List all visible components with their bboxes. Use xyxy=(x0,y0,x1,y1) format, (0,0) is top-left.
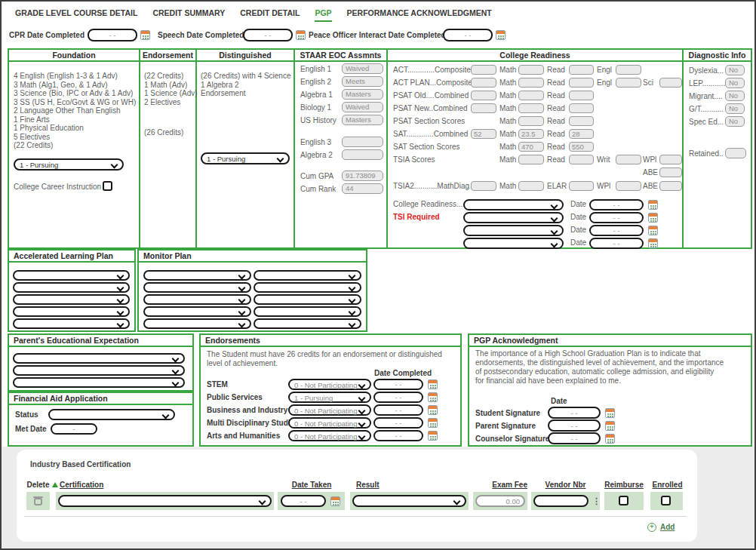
monitor-plan-select[interactable] xyxy=(254,270,361,281)
business-industry-date-input[interactable]: - - xyxy=(373,404,423,416)
ibc-header-exam-fee[interactable]: Exam Fee xyxy=(473,481,527,489)
monitor-plan-select[interactable] xyxy=(254,282,361,293)
ibc-header-date-taken[interactable]: Date Taken xyxy=(278,481,346,489)
student-signature-date-input[interactable]: - - xyxy=(548,407,601,419)
add-row-link[interactable]: Add xyxy=(660,523,675,531)
alp-select[interactable] xyxy=(13,294,130,305)
ibc-header-reimburse[interactable]: Reimburse xyxy=(604,481,644,489)
ibc-header-certification[interactable]: Certification xyxy=(60,481,103,489)
delete-row-button[interactable] xyxy=(34,496,42,505)
parent-expectation-select[interactable] xyxy=(13,353,185,364)
ibc-date-taken-input[interactable]: - - xyxy=(281,495,326,507)
ibc-header-enrolled[interactable]: Enrolled xyxy=(650,481,684,489)
chevron-down-icon xyxy=(349,272,356,280)
alp-select[interactable] xyxy=(13,318,130,329)
calendar-icon[interactable] xyxy=(428,431,438,441)
alp-select[interactable] xyxy=(13,306,130,317)
multi-disciplinary-select[interactable]: 0 - Not Participating xyxy=(288,417,371,429)
calendar-icon[interactable] xyxy=(330,496,340,506)
financial-aid-status-select[interactable] xyxy=(48,409,175,420)
add-icon[interactable] xyxy=(647,523,656,532)
stem-date-input[interactable]: - - xyxy=(373,379,423,390)
cum-rank-value: 44 xyxy=(342,183,383,194)
calendar-icon[interactable] xyxy=(605,421,615,431)
cpr-date-input[interactable]: - - xyxy=(88,29,137,41)
endorsements-note: level of achievement. xyxy=(207,359,278,367)
monitor-plan-select[interactable] xyxy=(254,306,361,317)
tab-credit-detail[interactable]: CREDIT DETAIL xyxy=(240,8,300,17)
calendar-icon[interactable] xyxy=(428,392,438,402)
monitor-plan-select[interactable] xyxy=(143,318,251,329)
tab-performance-acknowledgment[interactable]: PERFORMANCE ACKNOWLEDGMENT xyxy=(347,8,492,17)
arts-humanities-select[interactable]: 0 - Not Participating xyxy=(288,430,371,441)
alp-select[interactable] xyxy=(13,282,130,293)
peace-officer-date-input[interactable]: - - xyxy=(443,29,493,41)
stem-select[interactable]: 0 - Not Participating xyxy=(288,379,371,390)
alp-select[interactable] xyxy=(13,270,130,281)
arts-humanities-date-input[interactable]: - - xyxy=(373,430,423,441)
gt-value: No xyxy=(725,103,745,114)
business-industry-select[interactable]: 0 - Not Participating xyxy=(288,404,371,416)
public-services-select[interactable]: 1 - Pursuing xyxy=(288,392,371,403)
calendar-icon[interactable] xyxy=(605,408,615,418)
tsi-required-select[interactable] xyxy=(463,212,564,223)
calendar-icon[interactable] xyxy=(648,238,658,248)
monitor-plan-select[interactable] xyxy=(254,318,361,329)
chevron-down-icon xyxy=(172,379,180,387)
accelerated-learning-plan-panel: Accelerated Learning Plan xyxy=(8,249,136,332)
monitor-plan-select[interactable] xyxy=(143,294,251,305)
parent-signature-date-input[interactable]: - - xyxy=(548,419,601,432)
monitor-plan-select[interactable] xyxy=(143,270,251,281)
college-career-instruction-checkbox[interactable] xyxy=(103,181,112,191)
counselor-signature-date-input[interactable]: - - xyxy=(548,432,601,444)
college-readiness-extra-select[interactable] xyxy=(463,225,564,236)
calendar-icon[interactable] xyxy=(296,30,306,40)
monitor-plan-select[interactable] xyxy=(143,282,251,293)
ibc-header-vendor-nbr[interactable]: Vendor Nbr xyxy=(531,481,600,489)
ibc-reimburse-checkbox[interactable] xyxy=(619,496,628,505)
tsi-date-input[interactable]: - - xyxy=(589,212,644,223)
ibc-result-select[interactable] xyxy=(352,495,466,507)
ibc-vendor-nbr-input[interactable] xyxy=(533,495,589,507)
multi-disciplinary-date-input[interactable]: - - xyxy=(373,417,423,429)
met-date-input[interactable]: - xyxy=(51,423,97,435)
calendar-icon[interactable] xyxy=(496,30,506,40)
college-readiness-select[interactable] xyxy=(463,199,564,210)
calendar-icon[interactable] xyxy=(140,30,150,40)
college-readiness-extra-date-input[interactable]: - - xyxy=(589,238,644,249)
college-readiness-date-input[interactable]: - - xyxy=(589,199,644,210)
tab-grade-level-course-detail[interactable]: GRADE LEVEL COURSE DETAIL xyxy=(15,8,137,17)
calendar-icon[interactable] xyxy=(428,405,438,415)
sort-asc-icon[interactable] xyxy=(52,482,58,487)
calendar-icon[interactable] xyxy=(605,434,615,444)
calendar-icon[interactable] xyxy=(648,226,658,235)
distinguished-status-select[interactable]: 1 - Pursuing xyxy=(201,152,290,164)
parent-expectation-select[interactable] xyxy=(13,377,185,388)
ibc-certification-select[interactable] xyxy=(58,495,272,507)
parent-expectation-select[interactable] xyxy=(13,365,185,376)
cum-gpa-value: 91.73809 xyxy=(342,171,383,181)
tab-credit-summary[interactable]: CREDIT SUMMARY xyxy=(152,8,225,17)
diagnostic-column: Dyslexia... No LEP........... No Migrant… xyxy=(684,62,751,247)
college-readiness-extra-date-input[interactable]: - - xyxy=(589,225,644,236)
graduation-plan-panel: Foundation Endorsement Distinguished STA… xyxy=(8,48,752,249)
ibc-exam-fee-input[interactable]: 0.00 xyxy=(475,495,525,507)
public-services-date-input[interactable]: - - xyxy=(373,392,423,403)
staar-header: STAAR EOC Assmnts xyxy=(295,50,386,62)
monitor-plan-select[interactable] xyxy=(254,294,361,305)
speech-date-input[interactable]: - - xyxy=(243,29,293,41)
ibc-enrolled-checkbox[interactable] xyxy=(661,496,671,505)
monitor-plan-select[interactable] xyxy=(143,306,251,317)
ibc-header-result[interactable]: Result xyxy=(356,481,380,489)
college-readiness-extra-select[interactable] xyxy=(463,238,564,249)
foundation-line: 3 SS (US H, Eco/Govt & WG or WH) xyxy=(14,98,136,107)
calendar-icon[interactable] xyxy=(648,200,658,210)
math-label: Math xyxy=(499,66,516,74)
tab-pgp-active[interactable]: PGP xyxy=(315,8,331,22)
calendar-icon[interactable] xyxy=(648,213,658,223)
foundation-status-select[interactable]: 1 - Pursuing xyxy=(14,158,124,171)
tsia2-wpl-field xyxy=(616,181,641,191)
calendar-icon[interactable] xyxy=(428,418,438,428)
vendor-lookup-button[interactable]: ⋮ xyxy=(592,496,601,506)
calendar-icon[interactable] xyxy=(428,379,438,389)
